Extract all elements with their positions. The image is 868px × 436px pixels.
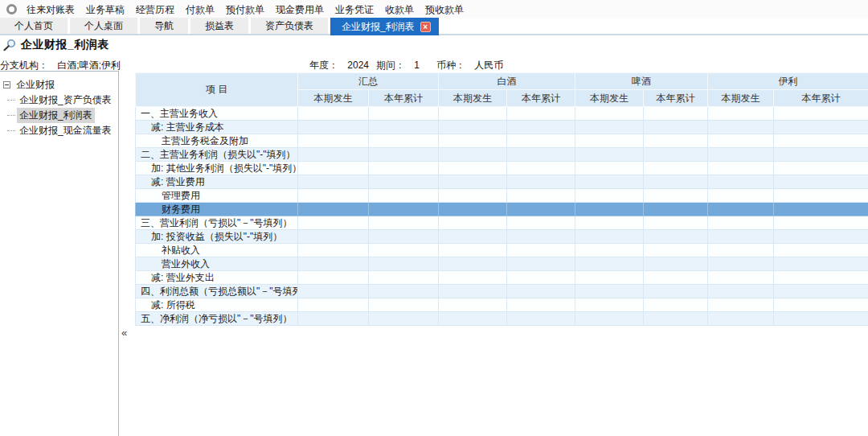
- table-row-0[interactable]: 一、主营业务收入: [136, 107, 868, 121]
- data-cell-14-2[interactable]: [439, 298, 507, 312]
- tree-item-2[interactable]: 企业财报_现金流量表: [7, 123, 118, 138]
- data-cell-5-0[interactable]: [298, 175, 369, 189]
- row-label[interactable]: 管理费用: [136, 189, 298, 203]
- data-cell-5-5[interactable]: [644, 175, 708, 189]
- data-cell-13-1[interactable]: [369, 285, 439, 298]
- data-cell-14-3[interactable]: [507, 298, 575, 312]
- data-cell-8-1[interactable]: [369, 216, 439, 230]
- data-cell-7-1[interactable]: [369, 203, 439, 216]
- data-cell-6-3[interactable]: [507, 189, 575, 203]
- menu-item-2[interactable]: 经营历程: [136, 4, 174, 15]
- table-row-13[interactable]: 四、利润总额（亏损总额以"－"号填列）: [136, 285, 868, 298]
- data-cell-14-6[interactable]: [708, 298, 774, 312]
- data-cell-15-4[interactable]: [575, 312, 644, 326]
- data-cell-12-4[interactable]: [575, 271, 644, 285]
- data-cell-5-3[interactable]: [507, 175, 575, 189]
- menu-item-6[interactable]: 业务凭证: [335, 4, 374, 15]
- row-label[interactable]: 减: 主营业务成本: [136, 121, 298, 134]
- tab-4[interactable]: 资产负债表: [251, 18, 328, 34]
- data-cell-3-0[interactable]: [298, 148, 369, 162]
- data-cell-0-5[interactable]: [644, 107, 708, 121]
- tab-3[interactable]: 损益表: [190, 18, 248, 34]
- data-cell-7-2[interactable]: [439, 203, 507, 216]
- data-cell-1-0[interactable]: [298, 121, 369, 134]
- table-row-7[interactable]: 财务费用: [136, 203, 868, 216]
- data-cell-15-5[interactable]: [644, 312, 708, 326]
- data-cell-11-3[interactable]: [507, 257, 575, 271]
- data-cell-0-1[interactable]: [369, 107, 439, 121]
- data-cell-4-1[interactable]: [369, 162, 439, 175]
- data-cell-3-5[interactable]: [644, 148, 708, 162]
- data-cell-4-7[interactable]: [774, 162, 868, 175]
- data-cell-1-3[interactable]: [507, 121, 575, 134]
- row-label[interactable]: 五、净利润（净亏损以"－"号填列）: [136, 312, 298, 326]
- data-cell-14-4[interactable]: [575, 298, 644, 312]
- data-cell-8-0[interactable]: [298, 216, 369, 230]
- data-cell-2-1[interactable]: [369, 134, 439, 148]
- menu-item-5[interactable]: 现金费用单: [276, 4, 324, 15]
- data-cell-10-3[interactable]: [507, 244, 575, 257]
- data-cell-11-1[interactable]: [369, 257, 439, 271]
- data-cell-13-0[interactable]: [298, 285, 369, 298]
- data-cell-9-6[interactable]: [708, 230, 774, 244]
- row-label[interactable]: 加: 投资收益（损失以"-"填列）: [136, 230, 298, 244]
- data-cell-2-2[interactable]: [439, 134, 507, 148]
- data-cell-15-2[interactable]: [439, 312, 507, 326]
- data-cell-6-5[interactable]: [644, 189, 708, 203]
- data-cell-4-5[interactable]: [644, 162, 708, 175]
- data-cell-2-7[interactable]: [774, 134, 868, 148]
- data-cell-13-5[interactable]: [644, 285, 708, 298]
- data-cell-14-7[interactable]: [774, 298, 868, 312]
- menu-item-4[interactable]: 预付款单: [226, 4, 264, 15]
- data-cell-8-2[interactable]: [439, 216, 507, 230]
- data-cell-13-7[interactable]: [774, 285, 868, 298]
- data-cell-8-6[interactable]: [708, 216, 774, 230]
- data-cell-4-3[interactable]: [507, 162, 575, 175]
- table-row-5[interactable]: 减: 营业费用: [136, 175, 868, 189]
- data-cell-11-4[interactable]: [575, 257, 644, 271]
- data-cell-11-0[interactable]: [298, 257, 369, 271]
- data-cell-10-2[interactable]: [439, 244, 507, 257]
- data-cell-5-1[interactable]: [369, 175, 439, 189]
- tab-close-icon[interactable]: ×: [420, 22, 431, 32]
- row-label[interactable]: 主营业务税金及附加: [136, 134, 298, 148]
- data-cell-6-7[interactable]: [774, 189, 868, 203]
- data-cell-14-0[interactable]: [298, 298, 369, 312]
- data-cell-0-7[interactable]: [774, 107, 868, 121]
- table-row-6[interactable]: 管理费用: [136, 189, 868, 203]
- data-cell-12-0[interactable]: [298, 271, 369, 285]
- data-cell-12-1[interactable]: [369, 271, 439, 285]
- table-row-8[interactable]: 三、营业利润（亏损以"－"号填列）: [136, 216, 868, 230]
- data-cell-5-7[interactable]: [774, 175, 868, 189]
- data-cell-9-5[interactable]: [644, 230, 708, 244]
- data-cell-0-3[interactable]: [507, 107, 575, 121]
- data-cell-2-0[interactable]: [298, 134, 369, 148]
- row-label[interactable]: 一、主营业务收入: [136, 107, 298, 121]
- data-cell-0-2[interactable]: [439, 107, 507, 121]
- table-row-2[interactable]: 主营业务税金及附加: [136, 134, 868, 148]
- data-cell-8-5[interactable]: [644, 216, 708, 230]
- data-cell-1-1[interactable]: [369, 121, 439, 134]
- data-cell-15-0[interactable]: [298, 312, 369, 326]
- data-cell-1-6[interactable]: [708, 121, 774, 134]
- table-row-15[interactable]: 五、净利润（净亏损以"－"号填列）: [136, 312, 868, 326]
- data-cell-0-6[interactable]: [708, 107, 774, 121]
- data-cell-1-7[interactable]: [774, 121, 868, 134]
- data-cell-9-4[interactable]: [575, 230, 644, 244]
- data-cell-10-0[interactable]: [298, 244, 369, 257]
- data-cell-11-6[interactable]: [708, 257, 774, 271]
- data-cell-11-2[interactable]: [439, 257, 507, 271]
- data-cell-6-1[interactable]: [369, 189, 439, 203]
- tab-5[interactable]: 企业财报_利润表×: [330, 18, 439, 35]
- data-cell-12-6[interactable]: [708, 271, 774, 285]
- row-label[interactable]: 营业外收入: [136, 257, 298, 271]
- data-cell-2-5[interactable]: [644, 134, 708, 148]
- table-row-12[interactable]: 减: 营业外支出: [136, 271, 868, 285]
- data-cell-0-0[interactable]: [298, 107, 369, 121]
- table-row-1[interactable]: 减: 主营业务成本: [136, 121, 868, 134]
- data-cell-5-4[interactable]: [575, 175, 644, 189]
- row-label[interactable]: 减: 营业费用: [136, 175, 298, 189]
- data-cell-4-4[interactable]: [575, 162, 644, 175]
- data-cell-15-6[interactable]: [708, 312, 774, 326]
- data-cell-12-5[interactable]: [644, 271, 708, 285]
